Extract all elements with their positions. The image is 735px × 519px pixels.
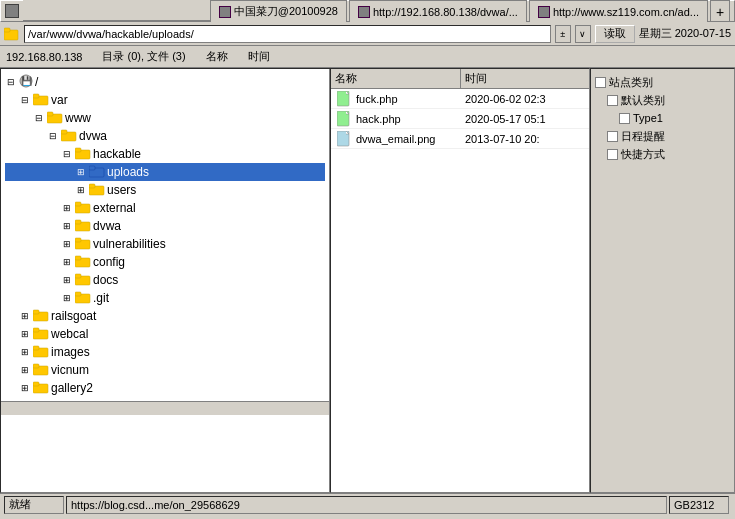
table-row[interactable]: fuck.php2020-06-02 02:3 (331, 89, 589, 109)
folder-icon (33, 344, 49, 358)
tree-item-config[interactable]: ⊞ config (5, 253, 325, 271)
right-panel: 名称 时间 fuck.php2020-06-02 02:3 hack.php20… (330, 68, 590, 493)
tab-icon (538, 6, 550, 18)
expand-icon-dvwa2[interactable]: ⊞ (61, 220, 73, 232)
tree-label-config: config (93, 255, 125, 269)
read-button[interactable]: 读取 (595, 25, 635, 43)
tree-item-vulnerabilities[interactable]: ⊞ vulnerabilities (5, 235, 325, 253)
addr-up-btn[interactable]: ± (555, 25, 571, 43)
tree-item-www[interactable]: ⊟ www (5, 109, 325, 127)
info-bar: 192.168.80.138 目录 (0), 文件 (3) 名称 时间 (0, 46, 735, 68)
tree-item-external[interactable]: ⊞ external (5, 199, 325, 217)
addr-down-btn[interactable]: ∨ (575, 25, 591, 43)
expand-icon-railsgoat[interactable]: ⊞ (19, 310, 31, 322)
tree-label-dvwa2: dvwa (93, 219, 121, 233)
file-date-cell: 2020-05-17 05:1 (461, 113, 590, 125)
expand-icon-uploads[interactable]: ⊞ (75, 166, 87, 178)
folder-icon-git (73, 290, 93, 307)
folder-icon-dvwa (59, 128, 79, 145)
side-item-0[interactable]: 默认类别 (595, 91, 730, 109)
expand-icon-vicnum[interactable]: ⊞ (19, 364, 31, 376)
folder-icon (4, 27, 20, 41)
tree-item-root[interactable]: ⊟💾/ (5, 73, 325, 91)
tree-item-git[interactable]: ⊞ .git (5, 289, 325, 307)
folder-icon-images (31, 344, 51, 361)
side-panel: 站点类别 默认类别Type1日程提醒快捷方式 (590, 68, 735, 493)
expand-icon-users[interactable]: ⊞ (75, 184, 87, 196)
title-bar: 中国菜刀@20100928http://192.168.80.138/dvwa/… (0, 0, 735, 22)
folder-icon-docs (73, 272, 93, 289)
tab-tab3[interactable]: http://www.sz119.com.cn/ad... (529, 0, 708, 22)
tree-label-docs: docs (93, 273, 118, 287)
expand-icon-dvwa[interactable]: ⊟ (47, 130, 59, 142)
side-checkbox-title[interactable] (595, 77, 606, 88)
side-item-3[interactable]: 快捷方式 (595, 145, 730, 163)
side-item-2[interactable]: 日程提醒 (595, 127, 730, 145)
side-checkbox-3[interactable] (607, 149, 618, 160)
status-right: https://blog.csd...me/on_29568629 (66, 496, 667, 514)
tree-item-docs[interactable]: ⊞ docs (5, 271, 325, 289)
folder-icon-config (73, 254, 93, 271)
tree-item-users[interactable]: ⊞ users (5, 181, 325, 199)
side-label-0: 默认类别 (621, 93, 665, 108)
address-input[interactable] (24, 25, 551, 43)
h-scrollbar[interactable] (1, 401, 329, 415)
tree-label-dvwa: dvwa (79, 129, 107, 143)
folder-icon (33, 326, 49, 340)
expand-icon-root[interactable]: ⊟ (5, 76, 17, 88)
svg-rect-17 (75, 202, 81, 206)
tree-container: ⊟💾/⊟ var⊟ www⊟ dvwa⊟ hackable⊞ uploads⊞ … (1, 69, 329, 401)
tree-item-dvwa[interactable]: ⊟ dvwa (5, 127, 325, 145)
file-date-cell: 2013-07-10 20: (461, 133, 590, 145)
expand-icon-gallery2[interactable]: ⊞ (19, 382, 31, 394)
tree-item-railsgoat[interactable]: ⊞ railsgoat (5, 307, 325, 325)
side-item-1[interactable]: Type1 (595, 109, 730, 127)
tab-add-button[interactable]: + (710, 0, 730, 22)
expand-icon-docs[interactable]: ⊞ (61, 274, 73, 286)
tree-item-vicnum[interactable]: ⊞ vicnum (5, 361, 325, 379)
expand-icon-external[interactable]: ⊞ (61, 202, 73, 214)
php-file-icon (337, 111, 351, 127)
tree-item-var[interactable]: ⊟ var (5, 91, 325, 109)
expand-icon-git[interactable]: ⊞ (61, 292, 73, 304)
tree-item-uploads[interactable]: ⊞ uploads (5, 163, 325, 181)
folder-icon (33, 92, 49, 106)
main-area: ⊟💾/⊟ var⊟ www⊟ dvwa⊟ hackable⊞ uploads⊞ … (0, 68, 735, 493)
svg-rect-5 (33, 94, 39, 98)
side-checkbox-1[interactable] (619, 113, 630, 124)
expand-icon-webcal[interactable]: ⊞ (19, 328, 31, 340)
side-label-3: 快捷方式 (621, 147, 665, 162)
expand-icon-images[interactable]: ⊞ (19, 346, 31, 358)
svg-rect-13 (89, 166, 95, 170)
tree-item-webcal[interactable]: ⊞ webcal (5, 325, 325, 343)
svg-rect-11 (75, 148, 81, 152)
table-row[interactable]: hack.php2020-05-17 05:1 (331, 109, 589, 129)
side-checkbox-2[interactable] (607, 131, 618, 142)
expand-icon-www[interactable]: ⊟ (33, 112, 45, 124)
svg-rect-25 (75, 274, 81, 278)
name-header[interactable]: 名称 (331, 69, 461, 88)
tree-label-uploads: uploads (107, 165, 149, 179)
tab-tab1[interactable]: 中国菜刀@20100928 (210, 0, 347, 22)
tree-label-root: / (35, 75, 38, 89)
time-header[interactable]: 时间 (461, 69, 590, 88)
tree-item-gallery2[interactable]: ⊞ gallery2 (5, 379, 325, 397)
tab-bar: 中国菜刀@20100928http://192.168.80.138/dvwa/… (210, 0, 730, 22)
expand-icon-config[interactable]: ⊞ (61, 256, 73, 268)
table-row[interactable]: dvwa_email.png2013-07-10 20: (331, 129, 589, 149)
date-display: 星期三 2020-07-15 (639, 26, 731, 41)
tree-item-dvwa2[interactable]: ⊞ dvwa (5, 217, 325, 235)
folder-icon-users (87, 182, 107, 199)
expand-icon-var[interactable]: ⊟ (19, 94, 31, 106)
tree-item-hackable[interactable]: ⊟ hackable (5, 145, 325, 163)
folder-icon-var (31, 92, 51, 109)
expand-icon-vulnerabilities[interactable]: ⊞ (61, 238, 73, 250)
side-checkbox-0[interactable] (607, 95, 618, 106)
tree-label-git: .git (93, 291, 109, 305)
status-code: GB2312 (669, 496, 729, 514)
tab-tab2[interactable]: http://192.168.80.138/dvwa/... (349, 0, 527, 22)
folder-icon (75, 146, 91, 160)
tree-label-users: users (107, 183, 136, 197)
tree-item-images[interactable]: ⊞ images (5, 343, 325, 361)
expand-icon-hackable[interactable]: ⊟ (61, 148, 73, 160)
